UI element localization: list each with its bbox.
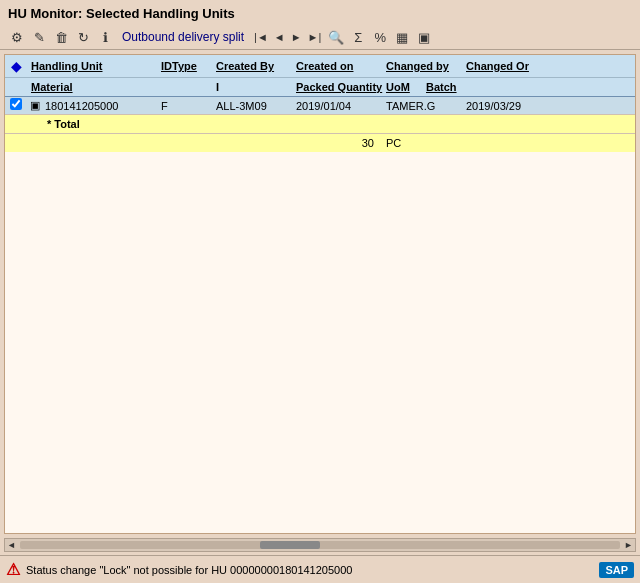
status-error-icon: ⚠ xyxy=(6,560,20,579)
header-idtype[interactable]: IDType xyxy=(157,58,212,74)
row-created-by: ALL-3M09 xyxy=(212,99,292,113)
table-row[interactable]: ▣ 180141205000 F ALL-3M09 2019/01/04 TAM… xyxy=(5,97,635,115)
export-icon[interactable]: ▦ xyxy=(393,28,411,46)
horizontal-scrollbar[interactable]: ◄ ► xyxy=(4,538,636,552)
percent-icon[interactable]: % xyxy=(371,28,389,46)
nav-next-button[interactable]: ► xyxy=(289,30,304,44)
total-qty: 30 xyxy=(292,137,382,149)
scroll-thumb[interactable] xyxy=(260,541,320,549)
diamond-icon: ◆ xyxy=(11,58,22,74)
header-uom[interactable]: UoM xyxy=(382,79,422,95)
header-changed-on[interactable]: Changed Or xyxy=(462,58,542,74)
sum-icon[interactable]: Σ xyxy=(349,28,367,46)
scroll-track xyxy=(20,541,620,549)
nav-first-button[interactable]: |◄ xyxy=(252,30,270,44)
header-checkbox-col: ◆ xyxy=(5,57,27,75)
checkbox-input[interactable] xyxy=(10,98,22,110)
refresh-icon[interactable]: ↻ xyxy=(74,28,92,46)
scroll-left-button[interactable]: ◄ xyxy=(5,540,18,550)
toolbar: ⚙ ✎ 🗑 ↻ ℹ Outbound delivery split |◄ ◄ ►… xyxy=(0,25,640,50)
header-packed-qty[interactable]: Packed Quantity xyxy=(292,79,382,95)
row-changed-on: 2019/03/29 xyxy=(462,99,542,113)
header-batch[interactable]: Batch xyxy=(422,79,502,95)
print-icon[interactable]: ▣ xyxy=(415,28,433,46)
header-hu[interactable]: Handling Unit xyxy=(27,58,157,74)
header-material[interactable]: Material xyxy=(27,79,157,95)
table-header-row1: ◆ Handling Unit IDType Created By Create… xyxy=(5,55,635,97)
navigation-buttons: |◄ ◄ ► ►| xyxy=(252,30,323,44)
table-header-row2: Material I Packed Quantity UoM Batch xyxy=(5,77,635,96)
row-box-icon: ▣ xyxy=(27,98,43,113)
row-changed-by: TAMER.G xyxy=(382,99,462,113)
main-table-area: ◆ Handling Unit IDType Created By Create… xyxy=(4,54,636,534)
outbound-delivery-split-link[interactable]: Outbound delivery split xyxy=(122,30,244,44)
edit-icon[interactable]: ✎ xyxy=(30,28,48,46)
scroll-right-button[interactable]: ► xyxy=(622,540,635,550)
row-checkbox[interactable] xyxy=(5,97,27,114)
settings-icon[interactable]: ⚙ xyxy=(8,28,26,46)
status-bar: ⚠ Status change "Lock" not possible for … xyxy=(0,555,640,583)
title-text: HU Monitor: Selected Handling Units xyxy=(8,6,235,21)
row-idtype: F xyxy=(157,99,212,113)
total-label: * Total xyxy=(43,117,84,131)
find-icon[interactable]: 🔍 xyxy=(327,28,345,46)
header-i[interactable]: I xyxy=(212,79,292,95)
sap-logo: SAP xyxy=(599,562,634,578)
header-created-on[interactable]: Created on xyxy=(292,58,382,74)
total-uom: PC xyxy=(382,136,422,150)
row-hu: 180141205000 xyxy=(43,99,157,113)
header-changed-by[interactable]: Changed by xyxy=(382,58,462,74)
total-row: * Total xyxy=(5,115,635,134)
info-icon[interactable]: ℹ xyxy=(96,28,114,46)
delete-icon[interactable]: 🗑 xyxy=(52,28,70,46)
row-created-on: 2019/01/04 xyxy=(292,99,382,113)
window-title: HU Monitor: Selected Handling Units xyxy=(0,0,640,25)
nav-prev-button[interactable]: ◄ xyxy=(272,30,287,44)
nav-last-button[interactable]: ►| xyxy=(306,30,324,44)
status-message: Status change "Lock" not possible for HU… xyxy=(26,564,593,576)
header-created-by[interactable]: Created By xyxy=(212,58,292,74)
total-qty-row: 30 PC xyxy=(5,134,635,152)
